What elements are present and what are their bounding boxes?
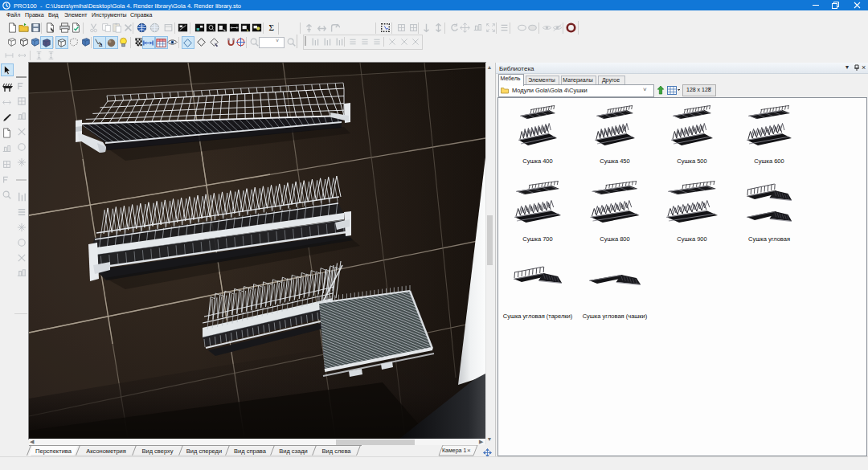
svg-text:Сушка 600: Сушка 600 bbox=[754, 157, 784, 165]
svg-text:Σ: Σ bbox=[269, 22, 275, 32]
svg-text:Сушка угловая (тарелки): Сушка угловая (тарелки) bbox=[503, 313, 573, 320]
svg-text:Сушка угловая: Сушка угловая bbox=[748, 235, 790, 243]
svg-text:Сушка 800: Сушка 800 bbox=[600, 235, 629, 243]
svg-text:Сушка 400: Сушка 400 bbox=[522, 157, 552, 165]
svg-text:Сушка 700: Сушка 700 bbox=[522, 235, 552, 243]
svg-text:a: a bbox=[99, 41, 103, 48]
svg-text:Сушка 900: Сушка 900 bbox=[677, 235, 706, 243]
svg-text:Сушка 500: Сушка 500 bbox=[677, 157, 706, 165]
svg-text:Сушка 450: Сушка 450 bbox=[600, 157, 629, 165]
svg-text:Сушка угловая (чашки): Сушка угловая (чашки) bbox=[583, 313, 648, 320]
